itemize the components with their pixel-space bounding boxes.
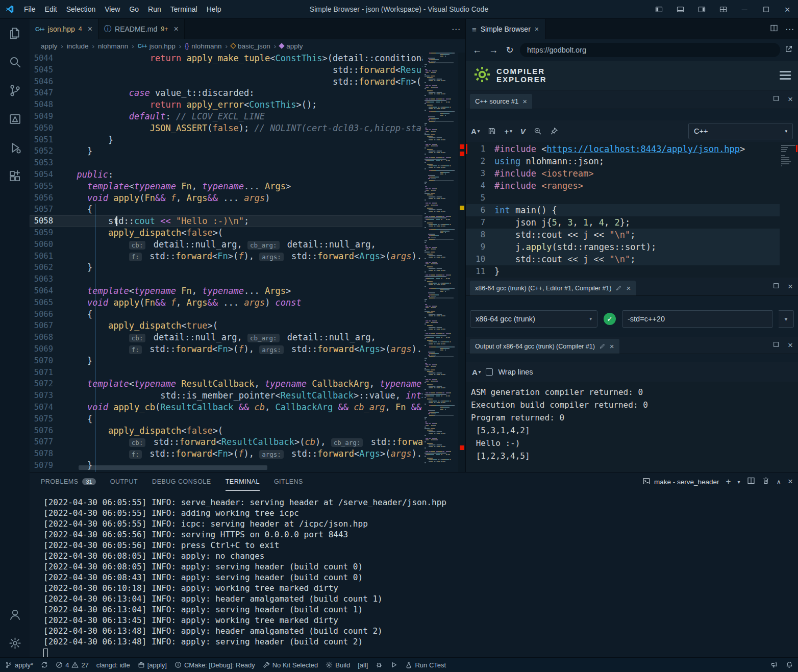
code-line-5055[interactable]: 5055 template<typename Fn, typename... A… — [30, 181, 465, 192]
menu-edit[interactable]: Edit — [40, 0, 62, 19]
horizontal-scrollbar[interactable] — [79, 465, 267, 470]
kill-terminal-icon[interactable] — [762, 477, 770, 487]
maximize-button[interactable] — [755, 0, 777, 19]
statusbar-feedback[interactable] — [770, 661, 778, 668]
menu-terminal[interactable]: Terminal — [166, 0, 202, 19]
menu-file[interactable]: File — [19, 0, 40, 19]
godbolt-line-4[interactable]: 4#include <ranges> — [466, 180, 798, 192]
edit-icon[interactable] — [599, 343, 606, 350]
maximize-pane-icon[interactable] — [772, 95, 780, 104]
godbolt-line-5[interactable]: 5 — [466, 192, 798, 204]
breadcrumb-item-include[interactable]: include — [67, 42, 89, 50]
breadcrumb-item-nlohmann[interactable]: nlohmann — [98, 42, 128, 50]
split-terminal-icon[interactable] — [747, 477, 755, 487]
pin-icon[interactable] — [550, 127, 558, 135]
statusbar-cmake-launch[interactable] — [390, 661, 397, 668]
split-editor-icon[interactable] — [770, 24, 778, 34]
wrap-lines-checkbox[interactable] — [486, 368, 493, 376]
statusbar-cmake-build[interactable]: Build — [326, 661, 350, 669]
save-icon[interactable] — [488, 127, 496, 135]
code-editor[interactable]: 5044 return apply_make_tuple<ConstThis>(… — [30, 53, 465, 472]
reload-icon[interactable]: ↻ — [504, 44, 516, 56]
statusbar-cmake-kit[interactable]: No Kit Selected — [263, 661, 318, 669]
menu-selection[interactable]: Selection — [62, 0, 101, 19]
vim-toggle-button[interactable]: V — [520, 127, 526, 136]
close-pane-icon[interactable]: × — [788, 282, 793, 292]
breadcrumb-item-basic-json[interactable]: basic_json — [231, 42, 270, 50]
code-line-5049[interactable]: 5049 default: // LCOV_EXCL_LINE — [30, 111, 465, 122]
godbolt-line-1[interactable]: 1#include <https://localhost:8443/apply/… — [466, 143, 798, 155]
compiler-select[interactable]: x86-64 gcc (trunk) ▾ — [470, 310, 597, 328]
code-line-5048[interactable]: 5048 return apply_error<ConstThis>(); — [30, 99, 465, 111]
font-size-button[interactable]: A▾ — [471, 127, 480, 136]
customize-layout-icon[interactable] — [712, 0, 734, 19]
godbolt-line-7[interactable]: 7 json j{5, 3, 1, 4, 2}; — [466, 216, 798, 229]
maximize-pane-icon[interactable] — [772, 341, 780, 350]
compiler-options-input[interactable]: -std=c++20 — [622, 310, 772, 328]
code-line-5045[interactable]: 5045 std::forward<ResultCallback>(cb), — [30, 64, 465, 76]
breadcrumb-item-json-hpp[interactable]: C++json.hpp — [138, 42, 176, 50]
close-tab-icon[interactable]: × — [174, 24, 179, 34]
breadcrumb-item-nlohmann[interactable]: {}nlohmann — [185, 42, 221, 50]
code-line-5054[interactable]: 5054 public: — [30, 169, 465, 181]
godbolt-line-11[interactable]: 11} — [466, 265, 798, 278]
panel-tab-output[interactable]: OUTPUT — [110, 472, 138, 491]
language-select[interactable]: C++ ▾ — [688, 123, 793, 139]
open-external-icon[interactable] — [784, 45, 793, 56]
maximize-panel-icon[interactable]: ∧ — [777, 478, 782, 486]
search-icon[interactable] — [534, 127, 542, 135]
godbolt-line-8[interactable]: 8 std::cout << j << "\n"; — [466, 229, 798, 241]
output-pane-tab[interactable]: Output of x86-64 gcc (trunk) (Compiler #… — [470, 339, 619, 354]
minimap[interactable] — [422, 53, 458, 472]
godbolt-line-3[interactable]: 3#include <iostream> — [466, 167, 798, 180]
close-tab-icon[interactable]: × — [535, 25, 539, 33]
more-actions-icon[interactable]: ⋯ — [785, 24, 794, 35]
back-icon[interactable]: ← — [471, 45, 483, 56]
menu-run[interactable]: Run — [143, 0, 166, 19]
panel-tab-debug-console[interactable]: DEBUG CONSOLE — [152, 472, 211, 491]
close-pane-icon[interactable]: × — [788, 340, 793, 351]
code-line-5052[interactable]: 5052 } — [30, 145, 465, 157]
activity-extensions-icon[interactable] — [0, 162, 30, 190]
maximize-pane-icon[interactable] — [772, 282, 780, 291]
statusbar-cmake-status[interactable]: CMake: [Debug]: Ready — [174, 661, 255, 669]
terminal-output[interactable]: [2022-04-30 06:05:55] INFO: serve_header… — [30, 491, 798, 658]
source-pane-tab[interactable]: C++ source #1 × — [470, 94, 532, 109]
activity-search-icon[interactable] — [0, 47, 30, 76]
close-pane-icon[interactable]: × — [626, 284, 631, 292]
toggle-panel-icon[interactable] — [669, 0, 691, 19]
menu-view[interactable]: View — [100, 0, 124, 19]
menu-go[interactable]: Go — [124, 0, 143, 19]
godbolt-source-editor[interactable]: 1#include <https://localhost:8443/apply/… — [466, 142, 798, 278]
close-pane-icon[interactable]: × — [788, 94, 793, 105]
breadcrumb-item-apply[interactable]: apply — [41, 42, 57, 50]
forward-icon[interactable]: → — [487, 45, 500, 56]
statusbar-clangd-status[interactable]: clangd: idle — [96, 661, 130, 669]
tab-readme-md[interactable]: ⓘREADME.md9+× — [98, 19, 185, 39]
edit-icon[interactable] — [615, 285, 622, 291]
tab-json-hpp[interactable]: C++json.hpp4× — [30, 19, 98, 39]
godbolt-line-9[interactable]: 9 j.apply(std::ranges::sort); — [466, 241, 798, 253]
close-panel-icon[interactable]: × — [788, 477, 793, 487]
hamburger-menu-icon[interactable] — [780, 71, 791, 80]
compiler-pane-tab[interactable]: x86-64 gcc (trunk) (C++, Editor #1, Comp… — [470, 281, 636, 295]
code-line-5053[interactable]: 5053 — [30, 157, 465, 169]
close-button[interactable]: × — [777, 0, 798, 19]
activity-run-debug-icon[interactable] — [0, 133, 30, 162]
activity-source-control-icon[interactable] — [0, 76, 30, 105]
activity-explorer-icon[interactable] — [0, 19, 30, 47]
panel-tab-gitlens[interactable]: GITLENS — [274, 472, 303, 491]
add-pane-button[interactable]: +▾ — [504, 127, 512, 136]
editor-more-actions-icon[interactable]: ⋯ — [452, 19, 460, 39]
statusbar-ctest[interactable]: Run CTest — [405, 661, 446, 669]
panel-tab-terminal[interactable]: TERMINAL — [226, 472, 260, 491]
panel-tab-problems[interactable]: PROBLEMS31 — [41, 472, 96, 491]
godbolt-line-2[interactable]: 2using nlohmann::json; — [466, 155, 798, 167]
tab-simple-browser[interactable]: ≡ Simple Browser × — [466, 19, 545, 39]
minimize-button[interactable]: ─ — [734, 0, 755, 19]
code-line-5051[interactable]: 5051 } — [30, 134, 465, 146]
new-terminal-icon[interactable]: + — [726, 477, 731, 487]
godbolt-line-6[interactable]: 6int main() { — [466, 204, 798, 216]
statusbar-git-branch[interactable]: apply* — [5, 661, 33, 669]
statusbar-problems[interactable]: 427 — [56, 661, 89, 669]
